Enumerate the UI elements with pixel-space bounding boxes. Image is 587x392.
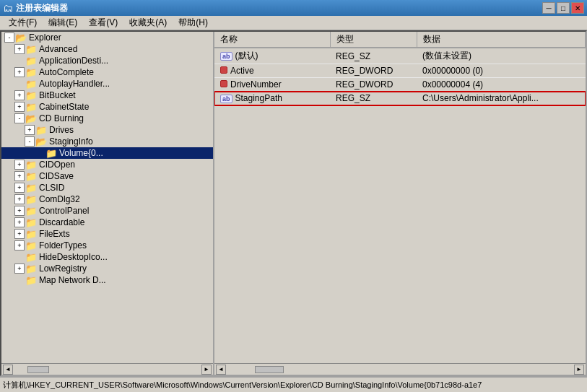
main-container: -📂Explorer+📁Advanced📁ApplicationDesti...… <box>0 30 587 376</box>
expand-icon[interactable]: + <box>14 206 25 216</box>
table-row[interactable]: DriveNumberREG_DWORD0x00000004 (4) <box>214 78 586 92</box>
cell-type: REG_DWORD <box>330 64 417 78</box>
tree-item-drives[interactable]: +📁Drives <box>1 124 213 136</box>
folder-icon: 📂 <box>35 136 47 147</box>
tree-item-bitbucket[interactable]: +📁BitBucket <box>1 90 213 101</box>
tree-item-hidedesktopiconco[interactable]: 📁HideDesktopIco... <box>1 251 213 263</box>
app-icon: 🗂 <box>3 2 13 14</box>
tree-item-mapnetworkd[interactable]: 📁Map Network D... <box>1 274 213 286</box>
tree-item-cidopen[interactable]: +📁CIDOpen <box>1 159 213 170</box>
tree-item-cidsave[interactable]: +📁CIDSave <box>1 170 213 182</box>
tree-item-controlpanel[interactable]: +📁ControlPanel <box>1 205 213 217</box>
expand-icon[interactable]: + <box>14 194 25 204</box>
content-hscrollbar[interactable]: ◄ ► <box>214 363 586 375</box>
tree-item-label: Drives <box>49 125 74 135</box>
cell-data: C:\Users\Administrator\Appli... <box>417 92 586 105</box>
tree-item-autoplayhandler[interactable]: 📁AutoplayHandler... <box>1 78 213 90</box>
tree-hscrollbar[interactable]: ◄ ► <box>1 363 213 375</box>
expand-icon[interactable]: - <box>14 113 25 123</box>
menu-favorites[interactable]: 收藏夹(A) <box>123 15 173 30</box>
tree-item-label: CD Burning <box>39 113 84 123</box>
expand-icon[interactable]: + <box>14 217 25 227</box>
expand-icon[interactable]: + <box>14 44 25 54</box>
tree-scroll-thumb[interactable] <box>27 366 49 373</box>
col-type[interactable]: 类型 <box>330 32 417 48</box>
minimize-button[interactable]: ─ <box>542 2 555 14</box>
expand-icon[interactable]: + <box>14 229 25 239</box>
expand-icon[interactable]: - <box>4 32 14 43</box>
ab-value-icon: ab <box>220 52 232 61</box>
tree-item-advanced[interactable]: +📁Advanced <box>1 43 213 55</box>
tree-item-discardable[interactable]: +📁Discardable <box>1 217 213 228</box>
tree-scroll-right[interactable]: ► <box>201 365 212 375</box>
content-scroll-right[interactable]: ► <box>574 365 584 375</box>
folder-icon: 📁 <box>25 90 37 100</box>
tree-item-label: ApplicationDesti... <box>39 56 108 66</box>
cell-data: 0x00000004 (4) <box>417 78 586 92</box>
folder-icon: 📁 <box>25 194 37 204</box>
tree-pane[interactable]: -📂Explorer+📁Advanced📁ApplicationDesti...… <box>1 32 213 363</box>
expand-spacer <box>14 275 25 285</box>
tree-item-autocomplete[interactable]: +📁AutoComplete <box>1 66 213 78</box>
menu-edit[interactable]: 编辑(E) <box>43 15 83 30</box>
maximize-button[interactable]: □ <box>557 2 570 14</box>
table-row[interactable]: abStagingPathREG_SZC:\Users\Administrato… <box>214 92 586 105</box>
cell-type: REG_DWORD <box>330 78 417 92</box>
expand-icon[interactable]: - <box>25 136 35 147</box>
tree-item-explorer[interactable]: -📂Explorer <box>1 32 213 43</box>
folder-icon: 📁 <box>25 183 37 193</box>
expand-icon[interactable]: + <box>14 160 25 170</box>
expand-icon[interactable]: + <box>25 125 35 135</box>
tree-item-staginginfo[interactable]: -📂StagingInfo <box>1 136 213 147</box>
expand-icon[interactable]: + <box>14 171 25 181</box>
menu-help[interactable]: 帮助(H) <box>173 15 214 30</box>
status-text: 计算机\HKEY_CURRENT_USER\Software\Microsoft… <box>3 380 482 391</box>
content-pane[interactable]: 名称 类型 数据 ab(默认)REG_SZ(数值未设置)ActiveREG_DW… <box>214 32 586 363</box>
tree-item-label: ControlPanel <box>39 206 89 216</box>
expand-icon[interactable]: + <box>14 90 25 100</box>
table-row[interactable]: ActiveREG_DWORD0x00000000 (0) <box>214 64 586 78</box>
tree-item-cabinetstate[interactable]: +📁CabinetState <box>1 101 213 113</box>
tree-item-volume[interactable]: 📁Volume{0... <box>1 147 213 159</box>
tree-item-appldesti[interactable]: 📁ApplicationDesti... <box>1 55 213 66</box>
expand-icon[interactable]: + <box>14 102 25 112</box>
expand-icon[interactable]: + <box>14 240 25 251</box>
tree-item-label: Discardable <box>39 217 84 227</box>
folder-icon: 📁 <box>25 79 37 89</box>
ab-value-icon: ab <box>220 95 232 103</box>
menu-view[interactable]: 查看(V) <box>83 15 123 30</box>
menu-file[interactable]: 文件(F) <box>3 15 43 30</box>
tree-item-label: CIDOpen <box>39 160 75 170</box>
cell-data: 0x00000000 (0) <box>417 64 586 78</box>
cell-type: REG_SZ <box>330 92 417 105</box>
tree-item-lowregistry[interactable]: +📁LowRegistry <box>1 263 213 274</box>
tree-item-label: FileExts <box>39 229 70 239</box>
tree-item-foldertypes[interactable]: +📁FolderTypes <box>1 240 213 251</box>
tree-scroll-left[interactable]: ◄ <box>3 365 13 375</box>
tree-item-label: Volume{0... <box>59 148 103 158</box>
expand-spacer <box>14 56 25 66</box>
tree-item-label: Map Network D... <box>39 275 106 285</box>
col-data[interactable]: 数据 <box>417 32 586 48</box>
content-scroll-left[interactable]: ◄ <box>216 365 226 375</box>
expand-icon[interactable]: + <box>14 183 25 193</box>
close-button[interactable]: ✕ <box>571 2 584 14</box>
tree-item-label: BitBucket <box>39 90 76 100</box>
col-name[interactable]: 名称 <box>214 32 330 48</box>
tree-item-label: AutoComplete <box>39 67 94 77</box>
tree-item-label: CabinetState <box>39 102 89 112</box>
menu-bar: 文件(F) 编辑(E) 查看(V) 收藏夹(A) 帮助(H) <box>0 16 587 30</box>
tree-item-cdburning[interactable]: -📂CD Burning <box>1 113 213 124</box>
expand-icon[interactable]: + <box>14 263 25 274</box>
tree-item-clsid[interactable]: +📁CLSID <box>1 182 213 193</box>
tree-item-label: Explorer <box>29 32 61 43</box>
table-row[interactable]: ab(默认)REG_SZ(数值未设置) <box>214 48 586 64</box>
status-bar: 计算机\HKEY_CURRENT_USER\Software\Microsoft… <box>0 376 587 392</box>
content-scroll-thumb[interactable] <box>255 366 284 373</box>
expand-spacer <box>14 79 25 89</box>
expand-icon[interactable]: + <box>14 67 25 77</box>
folder-icon: 📁 <box>25 229 37 239</box>
tree-item-comdlg32[interactable]: +📁ComDlg32 <box>1 193 213 205</box>
tree-item-fileexts[interactable]: +📁FileExts <box>1 228 213 240</box>
tree-item-label: LowRegistry <box>39 263 87 274</box>
